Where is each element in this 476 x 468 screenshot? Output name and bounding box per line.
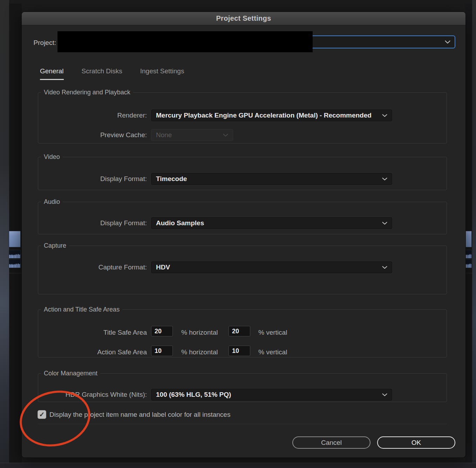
capture-format-label: Capture Format:: [38, 263, 147, 271]
chevron-down-icon: [445, 40, 450, 44]
horizontal-suffix-label: % horizontal: [181, 329, 218, 336]
checkmark-icon: ✓: [39, 410, 45, 419]
cancel-button[interactable]: Cancel: [292, 436, 370, 449]
audio-waveform: [9, 254, 20, 258]
chevron-down-icon: [382, 266, 387, 269]
section-title: Color Management: [41, 370, 100, 377]
timeline-audio-clip: [9, 250, 21, 259]
hdr-graphics-white-label: HDR Graphics White (Nits):: [38, 391, 147, 399]
video-display-format-label: Display Format:: [38, 175, 147, 183]
video-display-format-value: Timecode: [156, 175, 187, 183]
horizontal-suffix-label: % horizontal: [181, 348, 218, 356]
preview-cache-value: None: [156, 131, 172, 139]
renderer-label: Renderer:: [38, 112, 147, 119]
audio-waveform: [466, 254, 471, 258]
chevron-down-icon: [382, 178, 387, 181]
audio-waveform: [466, 263, 471, 268]
section-color-management: Color Management HDR Graphics White (Nit…: [38, 370, 447, 402]
redacted-project-name: [57, 31, 313, 52]
project-label: Project:: [29, 39, 56, 47]
chevron-down-icon: [382, 114, 387, 117]
section-video: Video Display Format: Timecode: [38, 153, 447, 190]
preview-cache-label: Preview Cache:: [38, 131, 147, 139]
vertical-suffix-label: % vertical: [258, 348, 287, 356]
timeline-audio-clip: [465, 259, 472, 268]
track-separator: [465, 273, 472, 273]
section-title: Capture: [41, 242, 69, 249]
audio-display-format-label: Display Format:: [38, 219, 147, 227]
dialog-title: Project Settings: [216, 14, 271, 22]
section-title: Video Rendering and Playback: [41, 89, 133, 96]
audio-display-format-dropdown[interactable]: Audio Samples: [151, 217, 392, 229]
background-monitor-glow-right: [472, 0, 476, 468]
tab-bar: General Scratch Disks Ingest Settings: [40, 67, 184, 80]
section-video-rendering: Video Rendering and Playback Renderer: M…: [38, 89, 447, 143]
section-capture: Capture Capture Format: HDV: [38, 242, 447, 294]
capture-format-value: HDV: [156, 263, 170, 271]
footer-divider: [38, 424, 447, 424]
title-safe-vertical-input[interactable]: [229, 326, 250, 336]
hdr-graphics-white-dropdown[interactable]: 100 (63% HLG, 51% PQ): [151, 389, 392, 401]
project-settings-dialog: Project Settings Project: General Scratc…: [21, 12, 466, 458]
audio-waveform: [9, 263, 20, 268]
action-safe-area-label: Action Safe Area: [38, 348, 147, 356]
renderer-dropdown[interactable]: Mercury Playback Engine GPU Acceleration…: [151, 109, 392, 121]
timeline-audio-clip: [465, 250, 472, 259]
renderer-value: Mercury Playback Engine GPU Acceleration…: [156, 112, 372, 119]
track-separator: [9, 273, 22, 273]
display-project-item-row: ✓ Display the project item name and labe…: [38, 410, 230, 419]
dialog-titlebar[interactable]: Project Settings: [22, 12, 465, 25]
section-title: Action and Title Safe Areas: [41, 306, 122, 313]
title-safe-horizontal-input[interactable]: [151, 326, 173, 336]
action-safe-horizontal-input[interactable]: [151, 346, 173, 356]
tab-general[interactable]: General: [40, 67, 64, 80]
section-title: Video: [41, 153, 63, 161]
display-project-item-checkbox[interactable]: ✓: [38, 410, 46, 419]
tab-ingest-settings[interactable]: Ingest Settings: [140, 67, 184, 80]
section-safe-areas: Action and Title Safe Areas Title Safe A…: [38, 306, 447, 357]
vertical-suffix-label: % vertical: [258, 329, 287, 336]
display-project-item-label: Display the project item name and label …: [49, 411, 230, 419]
video-display-format-dropdown[interactable]: Timecode: [151, 173, 392, 185]
section-title: Audio: [41, 198, 63, 206]
section-audio: Audio Display Format: Audio Samples: [38, 198, 447, 234]
timeline-audio-clip: [9, 259, 21, 268]
timeline-panel-right: [465, 4, 472, 468]
chevron-down-icon: [223, 134, 228, 137]
timeline-video-clip: [9, 231, 21, 247]
timeline-panel-left: [9, 4, 22, 468]
chevron-down-icon: [382, 222, 387, 225]
app-bottom-panel-edge: [0, 463, 476, 468]
chevron-down-icon: [382, 393, 387, 396]
ok-button[interactable]: OK: [377, 436, 455, 449]
background-monitor-glow-left: [0, 0, 9, 468]
capture-format-dropdown[interactable]: HDV: [151, 261, 392, 273]
title-safe-area-label: Title Safe Area: [38, 329, 147, 336]
preview-cache-dropdown: None: [151, 129, 233, 141]
timeline-video-clip: [465, 231, 472, 247]
action-safe-vertical-input[interactable]: [229, 346, 250, 356]
audio-display-format-value: Audio Samples: [156, 219, 204, 227]
tab-scratch-disks[interactable]: Scratch Disks: [82, 67, 122, 80]
hdr-graphics-white-value: 100 (63% HLG, 51% PQ): [156, 391, 231, 399]
